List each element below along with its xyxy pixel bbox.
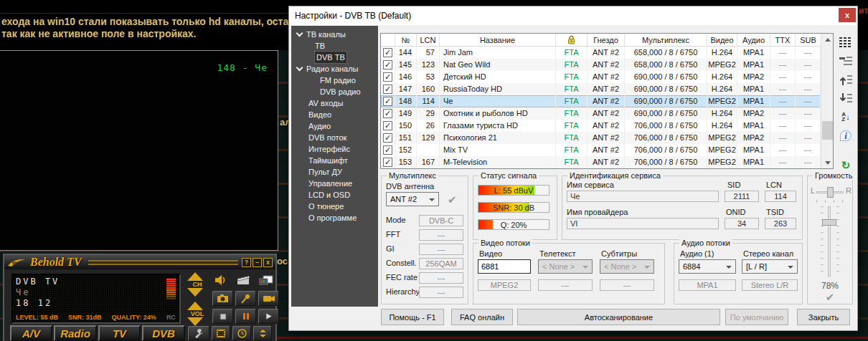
header-sub[interactable]: SUB [796, 34, 821, 46]
channel-checkbox[interactable]: ✓ [383, 60, 392, 69]
header-name[interactable]: Название [440, 34, 556, 46]
channel-row-147[interactable]: ✓147160RussiaToday HDFTAANT #2690,000 / … [381, 83, 833, 95]
balance-thumb[interactable] [827, 187, 834, 198]
tree-item-11[interactable]: Таймшифт [291, 155, 378, 166]
tree-item-7[interactable]: Видео [291, 109, 378, 120]
scroll-down-button[interactable] [821, 157, 834, 168]
tree-item-16[interactable]: О программе [291, 212, 378, 224]
header-video[interactable]: Видео [707, 34, 737, 46]
tree-item-3[interactable]: Радио каналы [291, 63, 378, 75]
volume-down-button[interactable] [187, 317, 203, 326]
channel-up-button[interactable] [187, 272, 203, 281]
tree-item-5[interactable]: DVB радио [291, 86, 378, 97]
cell-lcn: 26 [417, 120, 440, 132]
header-ttx[interactable]: TTX [770, 34, 796, 46]
stop-button[interactable] [212, 309, 233, 324]
dialog-close-button[interactable]: x [839, 8, 856, 22]
dialog-titlebar[interactable]: Настройки - DVB ТВ (Default) x [289, 6, 857, 25]
tree-item-8[interactable]: Аудио [291, 120, 378, 132]
scroll-up-button[interactable] [821, 34, 834, 45]
settings-button[interactable] [188, 326, 209, 340]
channel-row-149[interactable]: ✓14929Охотник и рыболов HDFTAANT #2690,0… [381, 107, 833, 120]
channel-row-150[interactable]: ✓15026Глазами туриста HDFTAANT #2706,000… [381, 120, 833, 132]
mode-tv-button[interactable]: TV [98, 325, 141, 341]
tree-item-9[interactable]: DVB поток [291, 132, 378, 143]
channel-checkbox[interactable]: ✓ [383, 97, 392, 106]
channel-checkbox[interactable]: ✓ [383, 145, 392, 155]
tree-item-15[interactable]: О тюнере [291, 201, 378, 212]
antenna-select[interactable]: ANT #2 [386, 192, 439, 206]
autoscan-button[interactable]: Автосканирование [517, 309, 720, 325]
tree-item-10[interactable]: Интерфейс [291, 143, 378, 155]
player-titlebar[interactable]: Behold TV ? – x [4, 255, 275, 269]
header-mux[interactable]: Мультиплекс [625, 34, 707, 46]
channel-info-button[interactable]: i [838, 128, 854, 143]
snapshot-button[interactable] [212, 291, 233, 306]
channel-checkbox[interactable]: ✓ [383, 158, 392, 167]
tree-item-6[interactable]: AV входы [291, 97, 378, 109]
video-pid-input[interactable] [478, 259, 531, 274]
header-lcn[interactable]: LCN [417, 34, 440, 46]
minimode-button[interactable] [253, 326, 272, 340]
stereo-select[interactable]: [L / R] [742, 259, 798, 274]
help-button[interactable]: Помощь - F1 [381, 309, 444, 325]
audio-record-button[interactable] [235, 291, 256, 306]
player-close-button[interactable]: x [263, 258, 273, 267]
channel-row-146[interactable]: ✓14653Детский HDFTAANT #2690,000 / 8 / 6… [381, 71, 833, 83]
defaults-button[interactable]: По умолчанию [725, 309, 788, 325]
mute-button[interactable] [214, 274, 228, 286]
channel-checkbox[interactable]: ✓ [383, 48, 392, 57]
pause-button[interactable] [235, 309, 256, 324]
channel-row-148[interactable]: ✓148114ЧеFTAANT #2690,000 / 8 / 6750MPEG… [381, 95, 833, 107]
faq-button[interactable]: FAQ онлайн [451, 309, 513, 325]
channel-checkbox[interactable]: ✓ [383, 72, 392, 82]
channel-checkbox[interactable]: ✓ [383, 109, 392, 118]
chevron-down-icon[interactable] [296, 30, 303, 37]
recordings-button[interactable] [212, 326, 230, 340]
mode-dvb-button[interactable]: DVB [142, 325, 185, 341]
display-mode-button[interactable] [259, 274, 273, 286]
move-up-button[interactable] [838, 72, 854, 87]
tree-item-1[interactable]: ТВ [291, 40, 378, 52]
chevron-down-icon[interactable] [296, 64, 303, 72]
tree-item-0[interactable]: ТВ каналы [291, 29, 378, 40]
channel-row-144[interactable]: ✓14457Jim JamFTAANT #2658,000 / 8 / 6750… [381, 47, 833, 59]
channel-list-button[interactable] [838, 35, 854, 49]
channel-row-152[interactable]: ✓152Mix TVFTAANT #2706,000 / 8 / 6750MPE… [381, 144, 833, 156]
osd-button[interactable] [236, 274, 250, 286]
channel-row-151[interactable]: ✓151129Психология 21FTAANT #2706,000 / 8… [381, 132, 833, 144]
tree-item-12[interactable]: Пульт ДУ [291, 166, 378, 178]
audio-pid-select[interactable]: 6884 [679, 259, 736, 274]
channel-row-153[interactable]: ✓153167M-TelevisionFTAANT #2706,000 / 8 … [381, 156, 833, 168]
mode-av-button[interactable]: A/V [10, 325, 52, 341]
volume-up-button[interactable] [187, 302, 203, 310]
tree-item-13[interactable]: Управление [291, 178, 378, 189]
channel-down-button[interactable] [187, 288, 203, 297]
delete-channel-button[interactable] [838, 54, 854, 68]
mode-radio-button[interactable]: Radio [54, 325, 97, 341]
header-audio[interactable]: Аудио [737, 34, 770, 46]
header-socket[interactable]: Гнездо [588, 34, 625, 46]
volume-slider[interactable] [828, 206, 831, 277]
refresh-button[interactable]: ↻ [838, 158, 854, 173]
tree-item-2[interactable]: DVB ТВ [291, 52, 378, 63]
sort-az-button[interactable]: A Z ↓ [838, 110, 854, 124]
tree-item-14[interactable]: LCD и OSD [291, 189, 378, 201]
volume-thumb[interactable] [822, 219, 836, 226]
channel-row-145[interactable]: ✓145123Nat Geo WildFTAANT #2658,000 / 8 … [381, 59, 833, 71]
channel-checkbox[interactable]: ✓ [383, 133, 392, 143]
scrollbar-thumb[interactable] [822, 121, 833, 140]
play-button[interactable] [258, 309, 279, 324]
table-scrollbar[interactable] [821, 34, 833, 168]
header-lock[interactable] [556, 34, 588, 46]
channel-checkbox[interactable]: ✓ [383, 121, 392, 130]
player-minimize-button[interactable]: – [253, 258, 262, 267]
channel-checkbox[interactable]: ✓ [383, 85, 392, 94]
player-help-button[interactable]: ? [242, 258, 251, 267]
scheduler-button[interactable] [232, 326, 251, 340]
tree-item-4[interactable]: FM радио [291, 75, 378, 86]
close-button[interactable]: Закрыть [797, 309, 850, 325]
move-down-button[interactable] [838, 91, 854, 105]
video-record-button[interactable] [258, 291, 279, 306]
header-num[interactable]: № [395, 34, 417, 46]
